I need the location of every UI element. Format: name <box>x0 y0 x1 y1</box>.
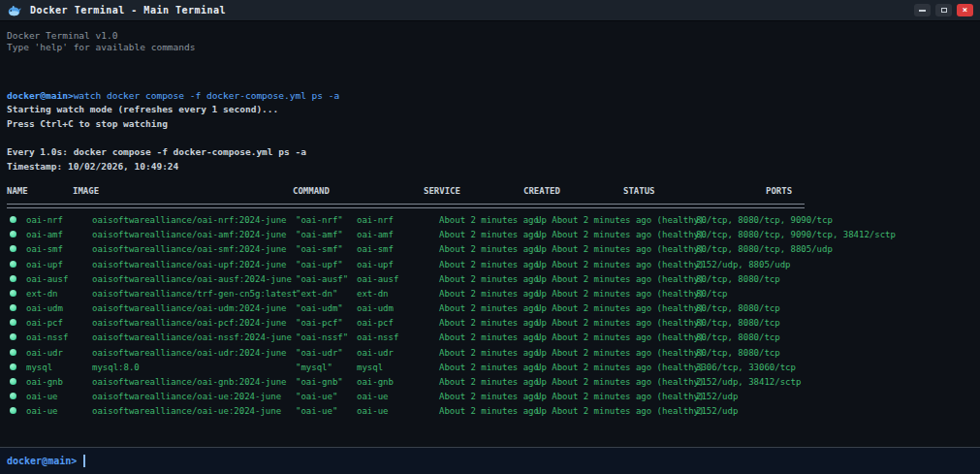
container-running-status-icon <box>10 378 16 385</box>
cell-service: oai-udr <box>357 347 394 359</box>
maximize-button[interactable] <box>935 4 952 16</box>
cell-image: oaisoftwarealliance/oai-nrf:2024-june <box>92 214 286 226</box>
cell-service: oai-ue <box>357 405 389 417</box>
cell-command: "mysql" <box>296 362 332 373</box>
cell-service: oai-gnb <box>357 376 394 388</box>
minimize-button[interactable] <box>914 4 931 16</box>
cell-image: oaisoftwarealliance/oai-smf:2024-june <box>92 243 286 255</box>
cell-ports: 80/tcp, 8080/tcp, 9090/tcp <box>696 214 833 226</box>
intro-help-line: Type 'help' for available commands <box>7 42 195 53</box>
command-input-bar[interactable]: docker@main> <box>0 447 980 474</box>
table-row: oai-ueoaisoftwarealliance/oai-ue:2024-ju… <box>0 391 980 402</box>
shell-prompt: docker@main> <box>7 90 74 101</box>
cell-image: mysql:8.0 <box>92 362 140 373</box>
text-cursor <box>83 455 85 467</box>
cell-created: About 2 minutes ago <box>439 317 539 329</box>
container-running-status-icon <box>10 349 16 356</box>
cell-created: About 2 minutes ago <box>439 347 539 359</box>
cell-status: Up About 2 minutes ago (healthy) <box>536 302 704 314</box>
cell-service: oai-amf <box>357 229 394 240</box>
cell-command: "oai-smf" <box>296 243 343 255</box>
cell-created: About 2 minutes ago <box>439 362 539 373</box>
container-running-status-icon <box>10 231 16 237</box>
table-row: oai-gnboaisoftwarealliance/oai-gnb:2024-… <box>0 376 980 388</box>
cell-status: Up About 2 minutes ago (healthy) <box>536 376 704 388</box>
cell-status: Up About 2 minutes ago (healthy) <box>536 259 704 270</box>
cell-command: "oai-amf" <box>296 229 343 240</box>
cell-image: oaisoftwarealliance/oai-ue:2024-june <box>92 391 281 402</box>
cell-service: ext-dn <box>357 288 389 300</box>
table-row: oai-smfoaisoftwarealliance/oai-smf:2024-… <box>0 243 980 255</box>
command-line: docker@main>watch docker compose -f dock… <box>7 90 339 102</box>
container-running-status-icon <box>10 245 16 252</box>
table-row: oai-ausfoaisoftwarealliance/oai-ausf:202… <box>0 273 980 285</box>
cell-command: "oai-ue" <box>296 391 337 402</box>
cell-name: oai-amf <box>26 229 63 240</box>
cell-ports: 80/tcp <box>696 288 728 300</box>
cell-name: oai-ue <box>26 405 58 417</box>
table-row: oai-amfoaisoftwarealliance/oai-amf:2024-… <box>0 229 980 240</box>
cell-ports: 80/tcp, 8080/tcp <box>696 273 780 285</box>
cell-ports: 2152/udp, 8805/udp <box>696 259 791 270</box>
cell-service: oai-ue <box>357 391 389 402</box>
cell-service: mysql <box>357 362 383 373</box>
table-header-separator <box>7 204 805 208</box>
cell-name: oai-ausf <box>26 273 68 285</box>
cell-command: "oai-udr" <box>296 347 343 359</box>
entered-command: watch docker compose -f docker-compose.y… <box>74 90 340 101</box>
cell-status: Up About 2 minutes ago (healthy) <box>536 214 704 226</box>
cell-created: About 2 minutes ago <box>439 288 539 300</box>
cell-name: oai-pcf <box>26 317 63 329</box>
container-running-status-icon <box>10 319 16 326</box>
container-running-status-icon <box>10 261 16 268</box>
cell-image: oaisoftwarealliance/trf-gen-cn5g:latest <box>92 288 297 300</box>
container-running-status-icon <box>10 333 16 340</box>
minimize-icon <box>919 10 926 12</box>
cell-status: Up About 2 minutes ago (healthy) <box>536 273 704 285</box>
table-row: oai-nrfoaisoftwarealliance/oai-nrf:2024-… <box>0 214 980 226</box>
cell-command: "oai-ausf" <box>296 273 348 285</box>
docker-whale-icon <box>7 3 21 17</box>
cell-name: oai-smf <box>26 243 63 255</box>
cell-status: Up About 2 minutes ago (healthy) <box>536 317 704 329</box>
watch-stop-hint-line: Press Ctrl+C to stop watching <box>7 118 168 130</box>
cell-image: oaisoftwarealliance/oai-nssf:2024-june <box>92 332 292 343</box>
container-running-status-icon <box>10 275 16 282</box>
column-header-ports: PORTS <box>766 186 792 196</box>
column-header-status: STATUS <box>623 186 655 196</box>
table-row: oai-ueoaisoftwarealliance/oai-ue:2024-ju… <box>0 405 980 417</box>
watch-timestamp-line: Timestamp: 10/02/2026, 10:49:24 <box>7 161 178 173</box>
cell-created: About 2 minutes ago <box>439 259 539 270</box>
cell-name: ext-dn <box>26 288 58 300</box>
cell-command: "oai-upf" <box>296 259 343 270</box>
cell-image: oaisoftwarealliance/oai-upf:2024-june <box>92 259 286 270</box>
cell-command: "ext-dn" <box>296 288 337 300</box>
cell-image: oaisoftwarealliance/oai-ue:2024-june <box>92 405 281 417</box>
cell-command: "oai-ue" <box>296 405 337 417</box>
cell-command: "oai-udm" <box>296 302 343 314</box>
close-button[interactable]: × <box>957 4 973 16</box>
watch-every-line: Every 1.0s: docker compose -f docker-com… <box>7 146 306 158</box>
cell-name: oai-upf <box>26 259 63 270</box>
cell-ports: 3306/tcp, 33060/tcp <box>696 362 796 373</box>
cell-status: Up About 2 minutes ago (healthy) <box>536 229 704 240</box>
table-row: oai-nssfoaisoftwarealliance/oai-nssf:202… <box>0 332 980 343</box>
cell-created: About 2 minutes ago <box>439 376 539 388</box>
cell-status: Up About 2 minutes ago (healthy) <box>536 405 704 417</box>
cell-ports: 80/tcp, 8080/tcp <box>696 317 780 329</box>
cell-ports: 2152/udp <box>696 405 738 417</box>
cell-service: oai-udm <box>357 302 394 314</box>
cell-command: "oai-gnb" <box>296 376 343 388</box>
cell-name: oai-udm <box>26 302 63 314</box>
container-running-status-icon <box>10 216 16 223</box>
cell-command: "oai-pcf" <box>296 317 343 329</box>
table-row: ext-dnoaisoftwarealliance/trf-gen-cn5g:l… <box>0 288 980 300</box>
title-bar: Docker Terminal - Main Terminal × <box>0 0 980 21</box>
cell-name: oai-nrf <box>26 214 63 226</box>
column-header-created: CREATED <box>523 186 560 196</box>
cell-created: About 2 minutes ago <box>439 302 539 314</box>
cell-created: About 2 minutes ago <box>439 332 539 343</box>
cell-image: oaisoftwarealliance/oai-amf:2024-june <box>92 229 286 240</box>
cell-image: oaisoftwarealliance/oai-udr:2024-june <box>92 347 286 359</box>
cell-service: oai-upf <box>357 259 394 270</box>
